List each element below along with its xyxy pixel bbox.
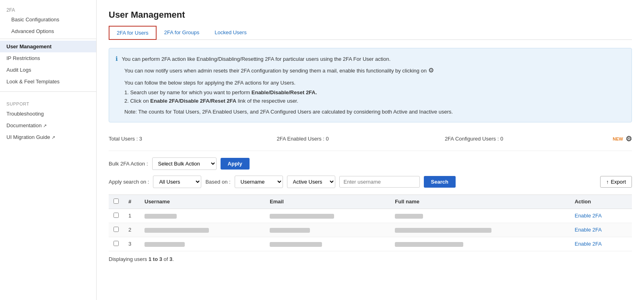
- based-on-label: Based on :: [205, 179, 230, 185]
- active-users-dropdown[interactable]: Active Users: [287, 176, 335, 188]
- sidebar-item-ui-migration-guide[interactable]: UI Migration Guide ↗: [0, 131, 96, 143]
- col-fullname: Full name: [390, 194, 570, 209]
- row3-checkbox[interactable]: [114, 241, 119, 246]
- sidebar-item-look-feel[interactable]: Look & Feel Templates: [0, 76, 96, 87]
- info-line2: You can now notify users when admin rese…: [124, 68, 427, 74]
- apply-button[interactable]: Apply: [221, 158, 250, 170]
- sidebar: 2FA Basic Configurations Advanced Option…: [0, 0, 97, 300]
- external-link-icon: ↗: [43, 123, 47, 128]
- info-step1: 1. Search user by name for which you wan…: [124, 89, 625, 97]
- table-header-row: # Username Email Full name Action: [109, 194, 632, 209]
- select-all-header[interactable]: [109, 194, 124, 209]
- bulk-action-row: Bulk 2FA Action : Select Bulk Action App…: [109, 157, 632, 170]
- new-badge: NEW: [613, 137, 623, 141]
- main-content: User Management 2FA for Users 2FA for Gr…: [97, 0, 644, 300]
- user-table: # Username Email Full name Action 1 Enab…: [109, 194, 632, 251]
- bulk-action-label: Bulk 2FA Action :: [109, 161, 148, 167]
- sidebar-item-user-management[interactable]: User Management: [0, 41, 96, 52]
- row2-username: [140, 223, 265, 237]
- col-email: Email: [265, 194, 390, 209]
- tab-locked-users[interactable]: Locked Users: [207, 26, 254, 40]
- row1-action[interactable]: Enable 2FA: [570, 209, 632, 223]
- export-icon: ↑: [606, 179, 609, 185]
- settings-gear-icon[interactable]: ⚙: [625, 134, 632, 143]
- info-step2: 2. Click on Enable 2FA/Disable 2FA/Reset…: [124, 97, 625, 106]
- sidebar-item-advanced-options[interactable]: Advanced Options: [0, 25, 96, 37]
- row3-num: 3: [124, 237, 140, 251]
- row3-action[interactable]: Enable 2FA: [570, 237, 632, 251]
- info-line1: You can perform 2FA action like Enabling…: [122, 56, 390, 62]
- based-on-dropdown[interactable]: Username: [235, 176, 283, 188]
- footer-prefix: Displaying users: [109, 256, 149, 262]
- ui-migration-label: UI Migration Guide: [6, 134, 50, 140]
- documentation-label: Documentation: [6, 122, 41, 128]
- row1-num: 1: [124, 209, 140, 223]
- row3-username: [140, 237, 265, 251]
- sidebar-item-documentation[interactable]: Documentation ↗: [0, 120, 96, 131]
- support-section-label: SUPPORT: [0, 96, 96, 108]
- row3-fullname: [390, 237, 570, 251]
- row3-checkbox-cell[interactable]: [109, 237, 124, 251]
- export-button[interactable]: ↑ Export: [600, 176, 632, 188]
- row2-enable-2fa-link[interactable]: Enable 2FA: [575, 227, 602, 233]
- row1-checkbox-cell[interactable]: [109, 209, 124, 223]
- bulk-action-dropdown[interactable]: Select Bulk Action: [152, 157, 217, 170]
- select-all-checkbox[interactable]: [114, 199, 119, 204]
- total-users-stat: Total Users : 3: [109, 136, 277, 142]
- sidebar-item-basic-configurations[interactable]: Basic Configurations: [0, 14, 96, 25]
- search-row: Apply search on : All Users Based on : U…: [109, 176, 632, 188]
- info-line3: You can follow the below steps for apply…: [124, 80, 295, 86]
- footer-range: 1 to 3: [149, 256, 162, 262]
- row2-num: 2: [124, 223, 140, 237]
- export-label: Export: [611, 179, 626, 185]
- external-link-icon-2: ↗: [52, 135, 55, 140]
- sidebar-app-label: 2FA: [0, 4, 96, 14]
- row2-email: [265, 223, 390, 237]
- row2-action[interactable]: Enable 2FA: [570, 223, 632, 237]
- row1-username: [140, 209, 265, 223]
- page-title: User Management: [109, 10, 632, 20]
- sidebar-item-troubleshooting[interactable]: Troubleshooting: [0, 108, 96, 120]
- new-badge-area: NEW ⚙: [613, 134, 632, 143]
- table-row: 1 Enable 2FA: [109, 209, 632, 223]
- info-icon: ℹ: [116, 55, 118, 62]
- footer-suffix: .: [172, 256, 174, 262]
- 2fa-enabled-stat: 2FA Enabled Users : 0: [277, 136, 444, 142]
- table-row: 3 Enable 2FA: [109, 237, 632, 251]
- info-note: Note: The counts for Total Users, 2FA En…: [124, 108, 625, 116]
- row2-fullname: [390, 223, 570, 237]
- 2fa-configured-stat: 2FA Configured Users : 0: [445, 136, 613, 142]
- row1-enable-2fa-link[interactable]: Enable 2FA: [575, 213, 602, 219]
- row2-checkbox[interactable]: [114, 227, 119, 232]
- table-row: 2 Enable 2FA: [109, 223, 632, 237]
- username-search-input[interactable]: [339, 176, 420, 188]
- info-box: ℹ You can perform 2FA action like Enabli…: [109, 48, 632, 122]
- row1-email: [265, 209, 390, 223]
- row3-email: [265, 237, 390, 251]
- col-username: Username: [140, 194, 265, 209]
- tab-2fa-for-users[interactable]: 2FA for Users: [109, 26, 157, 40]
- tab-2fa-for-groups[interactable]: 2FA for Groups: [157, 26, 207, 40]
- settings-icon-inline[interactable]: ⚙: [428, 67, 434, 74]
- sidebar-item-audit-logs[interactable]: Audit Logs: [0, 64, 96, 76]
- row2-checkbox-cell[interactable]: [109, 223, 124, 237]
- search-button[interactable]: Search: [424, 176, 456, 188]
- sidebar-item-ip-restrictions[interactable]: IP Restrictions: [0, 52, 96, 64]
- tabs-bar: 2FA for Users 2FA for Groups Locked User…: [109, 26, 632, 40]
- footer-of: of: [162, 256, 169, 262]
- row1-checkbox[interactable]: [114, 213, 119, 218]
- col-num: #: [124, 194, 140, 209]
- apply-search-label: Apply search on :: [109, 179, 149, 185]
- stats-row: Total Users : 3 2FA Enabled Users : 0 2F…: [109, 130, 632, 151]
- all-users-dropdown[interactable]: All Users: [153, 176, 201, 188]
- row1-fullname: [390, 209, 570, 223]
- displaying-footer: Displaying users 1 to 3 of 3.: [109, 256, 632, 262]
- col-action: Action: [570, 194, 632, 209]
- row3-enable-2fa-link[interactable]: Enable 2FA: [575, 241, 602, 247]
